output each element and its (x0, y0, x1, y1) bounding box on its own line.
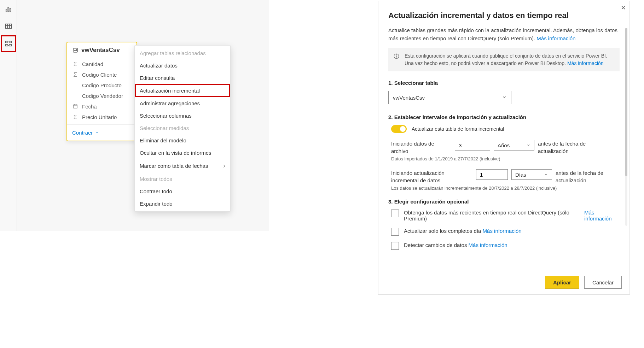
field-label: Precio Unitario (82, 114, 117, 120)
menu-item-label: Eliminar del modelo (140, 137, 186, 143)
menu-item[interactable]: Expandir todo (135, 197, 230, 210)
field-row[interactable]: Cantidad (67, 59, 137, 69)
svg-rect-15 (74, 105, 77, 108)
incremental-refresh-dialog: ✕ Actualización incremental y datos en t… (378, 1, 630, 295)
learn-more-link[interactable]: Más información (483, 228, 522, 234)
dialog-footer: Aplicar Cancelar (378, 270, 630, 294)
section-1-label: 1. Seleccionar tabla (388, 80, 620, 86)
menu-item[interactable]: Seleccionar columnas (135, 110, 230, 122)
toggle-label: Actualizar esta tabla de forma increment… (412, 126, 504, 132)
field-label: Fecha (82, 104, 97, 110)
blank-icon (72, 93, 79, 99)
menu-item-label: Actualización incremental (140, 88, 200, 94)
svg-rect-10 (5, 45, 7, 46)
field-row[interactable]: Codigo Cliente (67, 69, 137, 80)
sigma-icon (72, 114, 79, 120)
incremental-toggle[interactable] (391, 125, 407, 133)
checkbox[interactable] (391, 228, 399, 236)
menu-item-label: Editar consulta (140, 75, 175, 81)
model-canvas: vwVentasCsv CantidadCodigo ClienteCodigo… (17, 0, 269, 231)
notice-learn-more-link[interactable]: Más información (567, 60, 604, 66)
info-icon (393, 53, 400, 67)
menu-item[interactable]: Actualizar datos (135, 59, 230, 72)
chevron-right-icon (223, 162, 225, 170)
menu-item-label: Actualizar datos (140, 63, 178, 69)
checkbox[interactable] (391, 210, 399, 217)
blank-icon (72, 82, 79, 88)
notice-bar: Esta configuración se aplicará cuando pu… (388, 48, 620, 71)
sigma-icon (72, 61, 79, 67)
menu-item-label: Mostrar todos (140, 176, 172, 182)
svg-rect-0 (6, 9, 7, 12)
field-row[interactable]: Fecha (67, 101, 137, 112)
collapse-link[interactable]: Contraer (67, 124, 137, 141)
svg-rect-9 (9, 45, 11, 46)
chevron-down-icon (526, 143, 530, 147)
calendar-icon (72, 103, 79, 110)
chevron-down-icon (502, 95, 507, 101)
archive-label: Iniciando datos de archivo (391, 140, 451, 155)
field-row[interactable]: Codigo Producto (67, 80, 137, 90)
archive-suffix: antes de la fecha de actualización (538, 140, 602, 155)
check-label: Detectar cambios de datos Más informació… (404, 242, 620, 248)
section-3-label: 3. Elegir configuración opcional (388, 199, 620, 205)
check-label: Actualizar solo los completos día Más in… (404, 228, 620, 234)
table-context-menu: Agregar tablas relacionadasActualizar da… (134, 45, 231, 212)
menu-item[interactable]: Actualización incremental (135, 84, 230, 97)
incremental-suffix: antes de la fecha de actualización (556, 169, 612, 184)
menu-item[interactable]: Contraer todo (135, 185, 230, 197)
menu-item: Mostrar todos (135, 173, 230, 185)
table-card[interactable]: vwVentasCsv CantidadCodigo ClienteCodigo… (66, 42, 137, 141)
svg-point-21 (396, 55, 396, 55)
svg-rect-7 (5, 41, 7, 43)
field-row[interactable]: Precio Unitario (67, 112, 137, 122)
incremental-label: Iniciando actualización incremental de d… (391, 169, 472, 184)
learn-more-link[interactable]: Más información (536, 35, 575, 41)
optional-setting-row: Obtenga los datos más recientes en tiemp… (388, 210, 620, 222)
scrollbar[interactable] (625, 28, 627, 226)
table-fields-list: CantidadCodigo ClienteCodigo ProductoCod… (67, 58, 137, 124)
section-2-label: 2. Establecer intervalos de importación … (388, 114, 620, 120)
chevron-down-icon (544, 172, 548, 177)
menu-item: Seleccionar medidas (135, 122, 230, 134)
table-name: vwVentasCsv (81, 47, 120, 54)
report-view-icon[interactable] (1, 1, 16, 17)
archive-value-input[interactable] (455, 140, 490, 151)
menu-item[interactable]: Eliminar del modelo (135, 134, 230, 147)
menu-item[interactable]: Administrar agregaciones (135, 97, 230, 110)
menu-item-label: Seleccionar medidas (140, 125, 189, 131)
checkbox[interactable] (391, 242, 399, 250)
menu-item-label: Administrar agregaciones (140, 100, 200, 106)
menu-item[interactable]: Marcar como tabla de fechas (135, 159, 230, 173)
menu-item-label: Expandir todo (140, 201, 173, 207)
incremental-value-input[interactable] (476, 169, 508, 180)
table-card-header[interactable]: vwVentasCsv (67, 42, 137, 58)
apply-button[interactable]: Aplicar (545, 276, 579, 289)
data-view-icon[interactable] (1, 18, 16, 34)
field-label: Codigo Producto (82, 82, 122, 88)
menu-item[interactable]: Editar consulta (135, 72, 230, 84)
svg-rect-14 (74, 49, 77, 51)
table-select[interactable]: vwVentasCsv (388, 91, 511, 104)
model-view-icon[interactable] (1, 35, 16, 52)
field-label: Codigo Vendedor (82, 93, 123, 99)
menu-item[interactable]: Ocultar en la vista de informes (135, 147, 230, 159)
dialog-title: Actualización incremental y datos en tie… (388, 11, 620, 20)
field-label: Codigo Cliente (82, 72, 117, 78)
svg-rect-3 (5, 24, 11, 29)
field-row[interactable]: Codigo Vendedor (67, 90, 137, 101)
menu-item-label: Seleccionar columnas (140, 113, 192, 119)
learn-more-link[interactable]: Más información (584, 210, 620, 222)
menu-item: Agregar tablas relacionadas (135, 47, 230, 59)
chevron-up-icon (95, 130, 99, 136)
archive-unit-select[interactable]: Años (494, 140, 534, 151)
sigma-icon (72, 71, 79, 78)
table-icon (72, 47, 79, 53)
cancel-button[interactable]: Cancelar (584, 276, 622, 289)
view-switcher-sidebar (0, 0, 17, 231)
learn-more-link[interactable]: Más información (469, 242, 507, 248)
menu-item-label: Ocultar en la vista de informes (140, 150, 211, 156)
incremental-hint: Los datos se actualizarán incrementalmen… (388, 185, 620, 191)
menu-item-label: Marcar como tabla de fechas (140, 163, 208, 169)
incremental-unit-select[interactable]: Días (511, 169, 552, 180)
